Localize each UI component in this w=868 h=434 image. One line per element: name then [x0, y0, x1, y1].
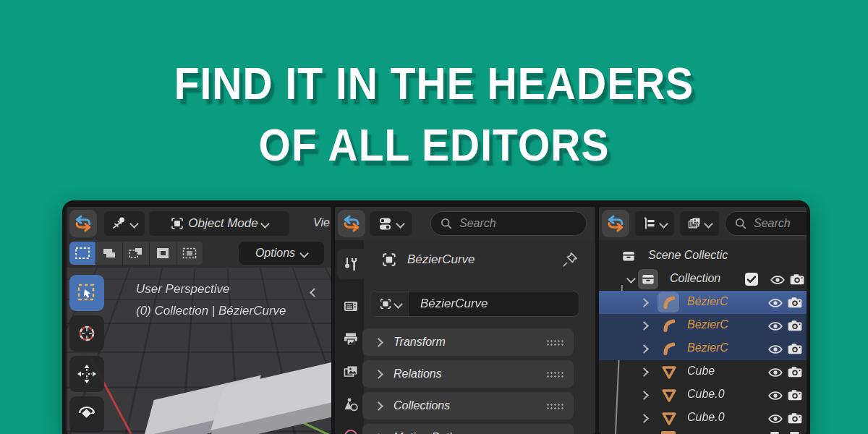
editor-type-button[interactable]	[602, 210, 629, 237]
tree-row-object[interactable]: Cube.0	[599, 407, 807, 430]
eye-icon[interactable]	[767, 297, 783, 310]
eye-icon[interactable]	[767, 320, 783, 333]
editor-type-button[interactable]	[338, 210, 365, 237]
tree-row-object-partial[interactable]	[599, 430, 807, 434]
chevron-down-icon	[129, 219, 139, 229]
editor-type-button[interactable]	[69, 210, 97, 237]
object-name-field[interactable]: BézierCurve	[370, 291, 579, 317]
eye-icon[interactable]	[767, 412, 783, 425]
tree-row-object[interactable]: BézierC	[599, 337, 807, 360]
search-icon	[440, 217, 453, 230]
drag-grip-icon[interactable]	[546, 339, 563, 346]
tree-row-object[interactable]: Cube	[599, 360, 807, 383]
chevron-right-icon	[374, 338, 383, 347]
collection-checkbox[interactable]	[745, 273, 758, 286]
viewport-toolbar	[69, 275, 104, 433]
eye-icon[interactable]	[770, 273, 786, 286]
viewport-canvas[interactable]: User Perspective (0) Collection | Bézier…	[67, 268, 331, 434]
viewport-header: Object Mode Vie	[67, 207, 331, 268]
tree-row-object[interactable]: BézierC	[599, 291, 807, 314]
properties-filter-dropdown[interactable]	[370, 211, 412, 236]
expand-chevron-icon[interactable]	[639, 367, 649, 377]
select-mode-group	[69, 242, 203, 265]
mode-dropdown[interactable]: Object Mode	[149, 211, 289, 236]
tab-output[interactable]	[337, 324, 364, 354]
filter-dropdown[interactable]	[680, 211, 719, 236]
collection-icon	[621, 248, 637, 264]
eye-icon[interactable]	[767, 389, 783, 402]
properties-content: BézierCurve BézierCurve Transform	[364, 240, 595, 434]
page: { "colors": { "background_teal": "#0A9B8…	[0, 0, 868, 434]
section-motion-paths[interactable]: Motion Paths	[362, 424, 574, 434]
view-menu[interactable]: Vie	[313, 216, 330, 229]
drag-grip-icon[interactable]	[546, 371, 563, 378]
select-mode-extend-button[interactable]	[96, 242, 123, 265]
camera-icon[interactable]	[787, 342, 803, 355]
cursor-tool[interactable]	[69, 315, 104, 352]
expand-chevron-icon[interactable]	[639, 391, 649, 400]
section-relations[interactable]: Relations	[362, 360, 574, 388]
toggles-icon	[378, 216, 393, 231]
expand-chevron-icon[interactable]	[626, 274, 636, 284]
tree-row-collection[interactable]: Collection	[599, 268, 807, 291]
tab-render[interactable]	[337, 291, 364, 321]
camera-icon[interactable]	[789, 273, 805, 286]
expand-chevron-icon[interactable]	[639, 298, 649, 307]
tree-row-object[interactable]: Cube.0	[599, 383, 807, 407]
select-mode-invert-button[interactable]	[150, 242, 176, 265]
pin-icon[interactable]	[561, 250, 579, 269]
curve-icon	[660, 318, 678, 335]
drag-grip-icon[interactable]	[546, 403, 563, 409]
mesh-icon	[660, 410, 678, 427]
section-label: Collections	[393, 399, 450, 412]
partial-icon	[661, 431, 676, 434]
select-set-icon	[75, 247, 90, 260]
tool-pin-dropdown[interactable]	[104, 211, 145, 236]
editor-swap-icon	[605, 213, 626, 234]
camera-icon[interactable]	[787, 319, 803, 332]
eye-icon[interactable]	[767, 343, 783, 356]
tab-scene[interactable]	[337, 389, 364, 420]
eye-icon[interactable]	[767, 366, 783, 379]
viewport-panel: Object Mode Vie	[67, 207, 331, 434]
expand-chevron-icon[interactable]	[639, 414, 649, 423]
section-collections[interactable]: Collections	[362, 392, 574, 420]
render-tab-icon	[342, 297, 359, 315]
camera-icon[interactable]	[787, 365, 803, 378]
section-transform[interactable]: Transform	[362, 328, 574, 356]
properties-search-input[interactable]: Search	[430, 211, 587, 236]
tree-row-label: BézierC	[687, 318, 728, 331]
select-box-tool[interactable]	[69, 275, 104, 311]
mode-dropdown-label: Object Mode	[188, 216, 258, 231]
camera-icon[interactable]	[787, 412, 803, 425]
search-placeholder: Search	[754, 217, 791, 230]
tab-tool[interactable]	[337, 249, 364, 279]
tab-view-layer[interactable]	[337, 357, 364, 387]
display-mode-dropdown[interactable]	[635, 211, 674, 236]
expand-chevron-icon[interactable]	[639, 344, 649, 354]
move-tool[interactable]	[69, 356, 104, 392]
scene-tab-icon	[342, 396, 359, 413]
select-mode-set-button[interactable]	[69, 242, 96, 265]
select-mode-intersect-button[interactable]	[176, 242, 203, 265]
properties-header: Search	[335, 207, 595, 240]
title-line-2: OF ALL EDITORS	[0, 114, 868, 175]
tree-row-label: Cube.0	[687, 388, 725, 401]
rotate-tool-icon	[75, 403, 98, 426]
tree-row-object[interactable]: BézierC	[599, 314, 807, 337]
outliner-search-input[interactable]: Search	[725, 211, 807, 236]
select-mode-subtract-button[interactable]	[123, 242, 150, 265]
tab-world[interactable]	[337, 420, 364, 434]
properties-tab-rail	[335, 240, 364, 434]
options-dropdown[interactable]: Options	[239, 242, 324, 265]
rotate-tool[interactable]	[69, 396, 104, 433]
object-id-selector[interactable]	[370, 292, 410, 316]
tree-row-scene-collection[interactable]: Scene Collectic	[599, 244, 807, 268]
camera-icon[interactable]	[787, 296, 803, 309]
curve-icon	[660, 341, 678, 358]
camera-icon[interactable]	[787, 388, 803, 401]
chevron-down-icon	[299, 249, 309, 258]
outliner-header: Search	[599, 207, 807, 240]
expand-chevron-icon[interactable]	[639, 321, 649, 331]
object-name-value: BézierCurve	[410, 297, 488, 311]
